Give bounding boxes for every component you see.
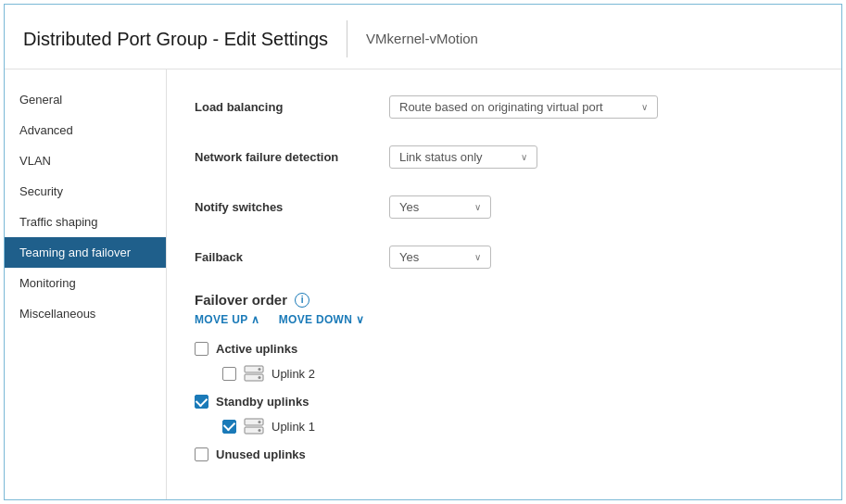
standby-uplinks-checkbox[interactable] (195, 395, 208, 409)
info-icon[interactable]: i (295, 293, 309, 308)
notify-switches-value: Yes (399, 200, 419, 214)
dialog-body: General Advanced VLAN Security Traffic s… (5, 69, 841, 499)
uplink2-item: Uplink 2 (195, 360, 814, 386)
move-buttons-row: MOVE UP ∧ MOVE DOWN ∨ (195, 313, 814, 326)
sidebar: General Advanced VLAN Security Traffic s… (5, 69, 167, 499)
active-uplinks-checkbox[interactable] (195, 342, 208, 356)
dialog-title: Distributed Port Group - Edit Settings (23, 28, 328, 50)
svg-point-7 (259, 429, 261, 432)
failback-dropdown[interactable]: Yes ∨ (389, 246, 491, 269)
active-uplinks-label: Active uplinks (216, 342, 297, 356)
svg-point-1 (259, 368, 261, 371)
notify-switches-dropdown[interactable]: Yes ∨ (389, 195, 491, 219)
main-content: Load balancing Route based on originatin… (167, 69, 841, 499)
sidebar-item-traffic-shaping[interactable]: Traffic shaping (5, 207, 166, 237)
network-failure-dropdown[interactable]: Link status only ∨ (389, 145, 537, 169)
unused-uplinks-header: Unused uplinks (195, 443, 814, 466)
standby-uplinks-section: Standby uplinks Up (195, 390, 814, 439)
header-divider (347, 20, 347, 57)
uplink2-label: Uplink 2 (271, 367, 315, 381)
load-balancing-row: Load balancing Route based on originatin… (195, 92, 814, 121)
sidebar-item-monitoring[interactable]: Monitoring (5, 268, 166, 298)
load-balancing-value: Route based on originating virtual port (399, 100, 603, 114)
load-balancing-chevron: ∨ (641, 102, 648, 112)
chevron-down-icon: ∨ (356, 313, 364, 326)
uplink1-checkbox[interactable] (222, 420, 236, 434)
svg-point-3 (259, 376, 261, 379)
sidebar-item-advanced[interactable]: Advanced (5, 115, 166, 145)
network-failure-chevron: ∨ (521, 152, 527, 162)
header-subtitle: VMkernel-vMotion (366, 31, 478, 46)
failback-value: Yes (399, 250, 419, 264)
sidebar-item-security[interactable]: Security (5, 176, 166, 207)
load-balancing-label: Load balancing (195, 100, 389, 114)
uplink1-label: Uplink 1 (271, 420, 315, 434)
svg-point-5 (259, 421, 261, 423)
failback-label: Failback (195, 250, 389, 264)
unused-uplinks-checkbox[interactable] (195, 447, 208, 461)
uplink2-checkbox[interactable] (222, 367, 236, 381)
failover-order-section: Failover order i MOVE UP ∧ MOVE DOWN ∨ (195, 292, 814, 466)
uplink1-item: Uplink 1 (195, 413, 814, 439)
standby-uplinks-label: Standby uplinks (216, 395, 309, 409)
load-balancing-dropdown[interactable]: Route based on originating virtual port … (389, 95, 658, 119)
uplink1-server-icon (244, 418, 264, 435)
chevron-up-icon: ∧ (251, 313, 259, 326)
unused-uplinks-section: Unused uplinks (195, 443, 814, 466)
dialog-header: Distributed Port Group - Edit Settings V… (5, 5, 841, 69)
network-failure-label: Network failure detection (195, 150, 389, 164)
failover-order-title: Failover order i (195, 292, 814, 308)
sidebar-item-teaming-failover[interactable]: Teaming and failover (5, 237, 166, 268)
notify-switches-label: Notify switches (195, 200, 389, 214)
sidebar-item-general[interactable]: General (5, 84, 166, 115)
notify-switches-row: Notify switches Yes ∨ (195, 192, 814, 221)
uplink2-server-icon (244, 365, 264, 382)
standby-uplinks-header: Standby uplinks (195, 390, 814, 413)
network-failure-row: Network failure detection Link status on… (195, 142, 814, 171)
failback-chevron: ∨ (474, 252, 481, 262)
active-uplinks-header: Active uplinks (195, 337, 814, 360)
network-failure-value: Link status only (399, 150, 483, 164)
sidebar-item-miscellaneous[interactable]: Miscellaneous (5, 298, 166, 329)
sidebar-item-vlan[interactable]: VLAN (5, 145, 166, 176)
notify-switches-chevron: ∨ (474, 202, 481, 212)
move-up-button[interactable]: MOVE UP ∧ (195, 313, 260, 326)
active-uplinks-section: Active uplinks Upl (195, 337, 814, 386)
move-down-button[interactable]: MOVE DOWN ∨ (279, 313, 365, 326)
unused-uplinks-label: Unused uplinks (216, 447, 306, 461)
failback-row: Failback Yes ∨ (195, 242, 814, 271)
